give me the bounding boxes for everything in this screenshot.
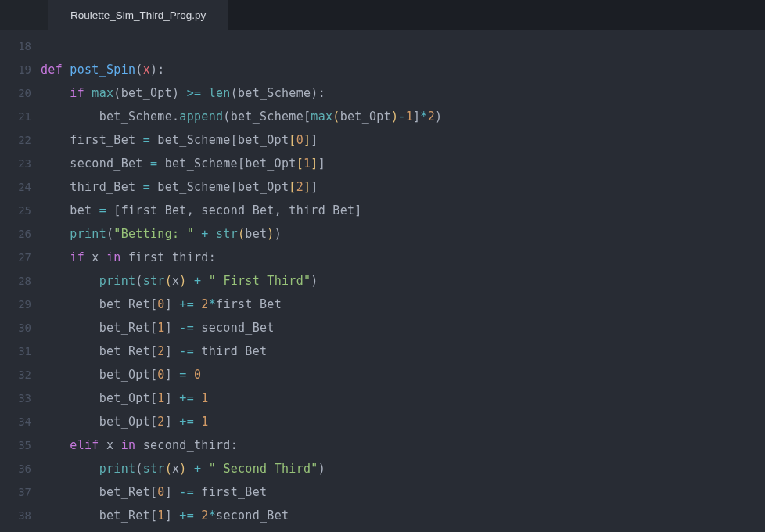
line-number: 30 <box>0 316 31 340</box>
code-line[interactable]: third_Bet = bet_Scheme[bet_Opt[2]] <box>41 175 765 199</box>
line-number: 34 <box>0 410 31 433</box>
code-line[interactable] <box>41 34 765 58</box>
code-line[interactable]: bet_Ret[0] += 2*first_Bet <box>41 293 765 316</box>
code-line[interactable]: if max(bet_Opt) >= len(bet_Scheme): <box>41 81 765 105</box>
code-line[interactable]: bet_Opt[0] = 0 <box>41 363 765 386</box>
line-number: 36 <box>0 457 31 480</box>
code-line[interactable]: elif x in second_third: <box>41 433 765 457</box>
line-number: 27 <box>0 246 31 269</box>
tab-gutter-spacer <box>0 0 48 30</box>
code-line[interactable]: print(str(x) + " First Third") <box>41 269 765 293</box>
code-editor[interactable]: 1819202122232425262728293031323334353637… <box>0 30 765 527</box>
line-number: 31 <box>0 340 31 363</box>
line-number: 24 <box>0 175 31 199</box>
code-line[interactable]: bet_Ret[2] -= third_Bet <box>41 340 765 363</box>
code-line[interactable]: if x in first_third: <box>41 246 765 269</box>
line-number: 33 <box>0 386 31 410</box>
code-line[interactable]: bet_Ret[1] -= second_Bet <box>41 316 765 340</box>
code-line[interactable]: print(str(x) + " Second Third") <box>41 457 765 480</box>
code-line[interactable]: bet_Ret[0] -= first_Bet <box>41 480 765 504</box>
line-number: 18 <box>0 34 31 58</box>
line-number: 22 <box>0 128 31 152</box>
code-line[interactable]: bet_Opt[1] += 1 <box>41 386 765 410</box>
code-line[interactable]: bet_Opt[2] += 1 <box>41 410 765 433</box>
tab-filename: Roulette_Sim_Third_Prog.py <box>70 9 206 21</box>
line-number: 26 <box>0 222 31 246</box>
line-number: 38 <box>0 504 31 527</box>
line-number: 35 <box>0 433 31 457</box>
code-line[interactable]: bet_Ret[1] += 2*second_Bet <box>41 504 765 527</box>
line-number: 32 <box>0 363 31 386</box>
code-line[interactable]: bet = [first_Bet, second_Bet, third_Bet] <box>41 199 765 222</box>
tab-active-file[interactable]: Roulette_Sim_Third_Prog.py <box>48 0 228 30</box>
tab-bar-remainder <box>228 0 765 30</box>
line-number: 37 <box>0 480 31 504</box>
line-number: 20 <box>0 81 31 105</box>
code-line[interactable]: bet_Scheme.append(bet_Scheme[max(bet_Opt… <box>41 105 765 128</box>
tab-bar: Roulette_Sim_Third_Prog.py <box>0 0 765 30</box>
code-area[interactable]: def post_Spin(x): if max(bet_Opt) >= len… <box>41 34 765 527</box>
line-number: 19 <box>0 58 31 81</box>
line-number: 28 <box>0 269 31 293</box>
line-number-gutter: 1819202122232425262728293031323334353637… <box>0 34 41 527</box>
line-number: 21 <box>0 105 31 128</box>
code-line[interactable]: first_Bet = bet_Scheme[bet_Opt[0]] <box>41 128 765 152</box>
line-number: 29 <box>0 293 31 316</box>
code-line[interactable]: second_Bet = bet_Scheme[bet_Opt[1]] <box>41 152 765 175</box>
code-line[interactable]: print("Betting: " + str(bet)) <box>41 222 765 246</box>
code-line[interactable]: def post_Spin(x): <box>41 58 765 81</box>
line-number: 23 <box>0 152 31 175</box>
line-number: 25 <box>0 199 31 222</box>
